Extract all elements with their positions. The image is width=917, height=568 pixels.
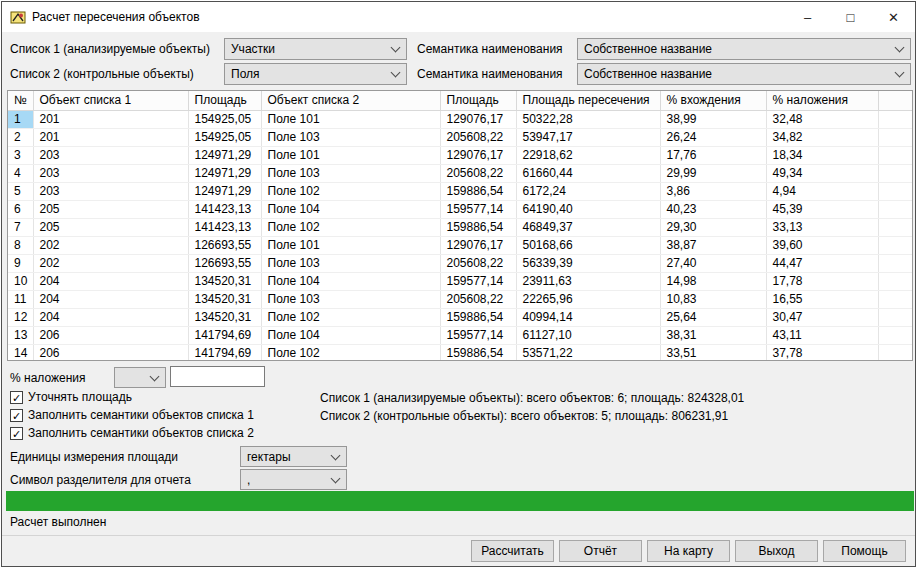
table-cell[interactable]: 154925,05 (188, 128, 261, 146)
table-cell[interactable]: Поле 103 (261, 164, 440, 182)
table-cell[interactable]: 46849,37 (516, 218, 660, 236)
table-cell[interactable]: 205 (33, 200, 188, 218)
table-cell[interactable]: 9 (8, 254, 33, 272)
table-cell[interactable]: 61660,44 (516, 164, 660, 182)
table-cell[interactable]: 204 (33, 308, 188, 326)
semantic1-select[interactable]: Собственное название (577, 38, 911, 60)
close-button[interactable]: ✕ (872, 2, 915, 32)
table-cell[interactable]: 22918,62 (516, 146, 660, 164)
table-cell[interactable]: 38,87 (660, 236, 766, 254)
table-cell[interactable]: Поле 101 (261, 236, 440, 254)
table-cell[interactable]: 126693,55 (188, 254, 261, 272)
column-header[interactable]: Объект списка 1 (33, 91, 188, 110)
column-header[interactable]: % вхождения (660, 91, 766, 110)
table-cell[interactable]: 204 (33, 272, 188, 290)
table-cell[interactable]: 205608,22 (440, 290, 516, 308)
maximize-button[interactable]: □ (829, 2, 872, 32)
column-header[interactable]: Площадь пересечения (516, 91, 660, 110)
action-button[interactable]: Выход (735, 540, 818, 562)
table-cell[interactable]: 205608,22 (440, 164, 516, 182)
table-cell[interactable]: 44,47 (766, 254, 878, 272)
table-row[interactable]: 13206141794,69Поле 104159577,1461127,103… (8, 326, 912, 344)
table-cell[interactable]: 159886,54 (440, 344, 516, 361)
table-cell[interactable]: Поле 103 (261, 128, 440, 146)
table-cell[interactable]: 206 (33, 326, 188, 344)
table-cell[interactable]: 124971,29 (188, 164, 261, 182)
table-cell[interactable]: 204 (33, 290, 188, 308)
table-cell[interactable]: 64190,40 (516, 200, 660, 218)
table-cell[interactable]: 11 (8, 290, 33, 308)
table-cell[interactable]: 50322,28 (516, 110, 660, 128)
checkbox-icon[interactable]: ✓ (10, 427, 23, 440)
table-cell[interactable]: Поле 102 (261, 182, 440, 200)
table-cell[interactable]: 17,78 (766, 272, 878, 290)
table-cell[interactable]: 56339,39 (516, 254, 660, 272)
table-cell[interactable]: 1 (8, 110, 33, 128)
action-button[interactable]: Отчёт (559, 540, 642, 562)
action-button[interactable]: Помощь (823, 540, 906, 562)
table-cell[interactable]: Поле 104 (261, 272, 440, 290)
table-row[interactable]: 6205141423,13Поле 104159577,1464190,4040… (8, 200, 912, 218)
action-button[interactable]: На карту (647, 540, 730, 562)
table-cell[interactable]: 23911,63 (516, 272, 660, 290)
overlap-operator-select[interactable] (114, 367, 166, 388)
table-row[interactable]: 12204134520,31Поле 102159886,5440994,142… (8, 308, 912, 326)
checkbox-icon[interactable]: ✓ (10, 391, 23, 404)
table-cell[interactable]: Поле 103 (261, 254, 440, 272)
table-cell[interactable]: 30,47 (766, 308, 878, 326)
table-row[interactable]: 10204134520,31Поле 104159577,1423911,631… (8, 272, 912, 290)
table-cell[interactable]: 134520,31 (188, 290, 261, 308)
table-row[interactable]: 5203124971,29Поле 102159886,546172,243,8… (8, 182, 912, 200)
table-cell[interactable]: 134520,31 (188, 272, 261, 290)
column-header[interactable]: № (8, 91, 33, 110)
overlap-value-input[interactable] (170, 366, 265, 387)
table-cell[interactable]: 25,64 (660, 308, 766, 326)
table-cell[interactable]: 129076,17 (440, 236, 516, 254)
table-row[interactable]: 1201154925,05Поле 101129076,1750322,2838… (8, 110, 912, 128)
table-cell[interactable]: 5 (8, 182, 33, 200)
column-header[interactable]: % наложения (766, 91, 878, 110)
table-cell[interactable]: Поле 101 (261, 146, 440, 164)
table-cell[interactable]: 22265,96 (516, 290, 660, 308)
table-cell[interactable]: 202 (33, 236, 188, 254)
table-cell[interactable]: 203 (33, 182, 188, 200)
table-cell[interactable]: 202 (33, 254, 188, 272)
table-cell[interactable]: 3 (8, 146, 33, 164)
table-cell[interactable]: 33,51 (660, 344, 766, 361)
table-cell[interactable]: 201 (33, 110, 188, 128)
separator-select[interactable]: , (240, 469, 347, 490)
table-cell[interactable]: 201 (33, 128, 188, 146)
table-cell[interactable]: 2 (8, 128, 33, 146)
semantic2-select[interactable]: Собственное название (577, 63, 911, 85)
table-cell[interactable]: 38,99 (660, 110, 766, 128)
table-cell[interactable]: Поле 102 (261, 218, 440, 236)
table-cell[interactable]: 203 (33, 146, 188, 164)
table-cell[interactable]: 141794,69 (188, 344, 261, 361)
table-cell[interactable]: 6172,24 (516, 182, 660, 200)
table-cell[interactable]: 159886,54 (440, 182, 516, 200)
list2-select[interactable]: Поля (224, 63, 407, 85)
table-cell[interactable]: 134520,31 (188, 308, 261, 326)
checkbox-row[interactable]: ✓Уточнять площадь (10, 388, 254, 406)
table-cell[interactable]: 7 (8, 218, 33, 236)
table-cell[interactable]: 17,76 (660, 146, 766, 164)
table-cell[interactable]: 124971,29 (188, 146, 261, 164)
table-cell[interactable]: 203 (33, 164, 188, 182)
table-cell[interactable]: 26,24 (660, 128, 766, 146)
table-cell[interactable]: 141423,13 (188, 218, 261, 236)
table-cell[interactable]: 14,98 (660, 272, 766, 290)
table-cell[interactable]: 126693,55 (188, 236, 261, 254)
table-cell[interactable]: 27,40 (660, 254, 766, 272)
table-cell[interactable]: 129076,17 (440, 110, 516, 128)
checkbox-row[interactable]: ✓Заполнить семантики объектов списка 1 (10, 406, 254, 424)
table-cell[interactable]: 32,48 (766, 110, 878, 128)
table-row[interactable]: 14206141794,69Поле 102159886,5453571,223… (8, 344, 912, 361)
action-button[interactable]: Рассчитать (471, 540, 554, 562)
table-cell[interactable]: 37,78 (766, 344, 878, 361)
table-cell[interactable]: 43,11 (766, 326, 878, 344)
titlebar[interactable]: Расчет пересечения объектов –□✕ (2, 2, 915, 32)
table-cell[interactable]: 34,82 (766, 128, 878, 146)
table-cell[interactable]: 159577,14 (440, 272, 516, 290)
results-table[interactable]: №Объект списка 1ПлощадьОбъект списка 2Пл… (7, 90, 913, 361)
table-cell[interactable]: 159577,14 (440, 326, 516, 344)
